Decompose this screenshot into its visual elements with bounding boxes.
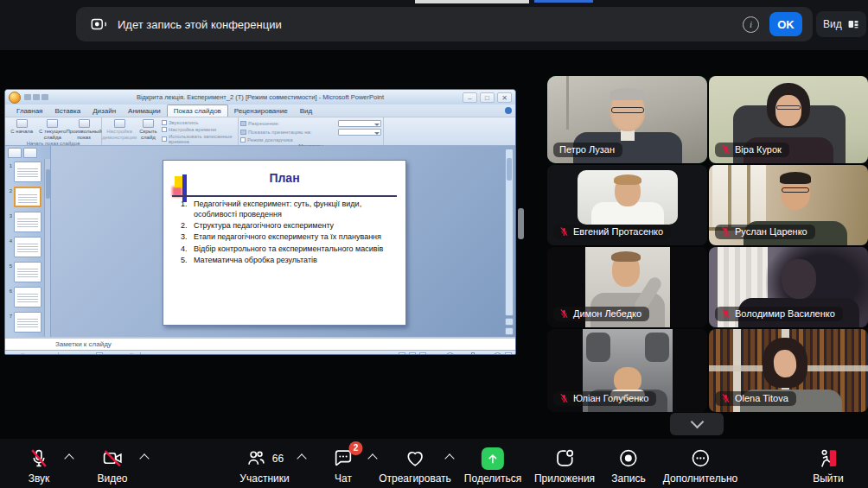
ok-button[interactable]: OK xyxy=(769,12,802,36)
share-button[interactable]: Поделиться xyxy=(464,447,521,485)
minimize-button[interactable]: – xyxy=(463,92,477,103)
participants-options-caret[interactable] xyxy=(297,453,306,463)
zoom-in-button[interactable]: + xyxy=(494,352,501,356)
info-icon[interactable]: i xyxy=(743,16,759,33)
muted-mic-icon xyxy=(721,393,731,403)
hide-slide-button[interactable]: Скрыть слайд xyxy=(136,118,161,140)
muted-mic-icon xyxy=(559,308,569,319)
normal-view-button[interactable] xyxy=(399,352,405,355)
tab-vstavka[interactable]: Вставка xyxy=(48,105,86,117)
slide-thumb-7[interactable]: 7 xyxy=(7,312,43,333)
slide-thumb-4[interactable]: 4 xyxy=(7,237,43,257)
slide-title-rule xyxy=(172,195,397,197)
leave-button[interactable]: Выйти xyxy=(813,447,844,485)
muted-mic-icon xyxy=(721,144,731,155)
use-timings-check[interactable]: Использовать записанные времена xyxy=(162,134,236,144)
heart-icon xyxy=(404,447,426,469)
fit-to-window-button[interactable] xyxy=(505,352,512,355)
slide-thumb-2[interactable]: 2 xyxy=(7,187,43,207)
from-current-slide-button[interactable]: С текущего слайда xyxy=(38,118,68,140)
record-narration-check[interactable]: Звукозапись xyxy=(162,120,236,125)
setup-show-button[interactable]: Настройка демонстрации xyxy=(104,118,135,140)
view-button[interactable]: Вид xyxy=(816,11,866,37)
video-button[interactable]: Видео xyxy=(97,447,127,485)
thumbnails-scrollbar[interactable] xyxy=(44,159,50,337)
more-button[interactable]: Дополнительно xyxy=(663,447,737,485)
panel-drag-handle[interactable] xyxy=(518,208,524,239)
slide-bullet-list: Педагогічний експеримент: суть, функції … xyxy=(189,199,397,265)
tab-vid[interactable]: Вид xyxy=(294,105,318,117)
participant-tile-olena-titova[interactable]: Olena Titova xyxy=(709,329,868,412)
participant-tile-volodymyr-vasylenko[interactable]: Володимир Василенко xyxy=(709,247,868,327)
show-on-dropdown[interactable] xyxy=(338,129,381,136)
participant-tile-evgeniy-protasenko[interactable]: Евгений Протасенко xyxy=(547,165,707,245)
chat-options-caret[interactable] xyxy=(367,453,377,463)
tab-glavnaya[interactable]: Главная xyxy=(10,105,48,117)
slide-thumb-6[interactable]: 6 xyxy=(7,287,43,307)
video-options-caret[interactable] xyxy=(139,453,149,463)
participant-name-tag: Olena Titova xyxy=(715,391,796,406)
tab-dizayn[interactable]: Дизайн xyxy=(86,105,122,117)
slide-logo xyxy=(172,174,195,204)
ellipsis-icon xyxy=(690,447,712,469)
apps-icon xyxy=(554,447,576,469)
help-icon[interactable] xyxy=(505,107,512,114)
zoom-meeting-window: Идет запись этой конференции i OK Вид Ві… xyxy=(0,0,868,488)
slide-thumb-5[interactable]: 5 xyxy=(7,262,43,282)
chat-button[interactable]: 2 Чат xyxy=(333,447,354,485)
share-indicator-strip xyxy=(415,0,529,3)
record-button[interactable]: Запись xyxy=(611,447,645,485)
slide-thumb-3[interactable]: 3 xyxy=(7,212,43,232)
office-button[interactable] xyxy=(9,92,21,104)
collapse-gallery-button[interactable] xyxy=(670,413,724,435)
audio-options-caret[interactable] xyxy=(64,453,73,463)
quick-access-toolbar[interactable] xyxy=(24,94,48,100)
slide-item: Відбір контрольного та експериментальног… xyxy=(189,244,397,254)
muted-mic-icon xyxy=(559,226,569,237)
spellcheck-icon[interactable] xyxy=(96,352,103,355)
meeting-toolbar: Звук Видео 66 Участники xyxy=(0,439,868,488)
theme-name: "Омега" xyxy=(66,352,89,356)
zoom-level: 65% xyxy=(430,352,443,356)
audio-button[interactable]: Звук xyxy=(29,447,50,485)
participant-name-tag: Юліан Голубенко xyxy=(553,391,656,406)
apps-button[interactable]: Приложения xyxy=(534,447,595,485)
muted-mic-icon xyxy=(721,308,731,319)
participant-name-tag: Володимир Василенко xyxy=(715,307,843,321)
ppt-ribbon-tabs: Главная Вставка Дизайн Анимации Показ сл… xyxy=(5,105,515,117)
resolution-dropdown[interactable] xyxy=(338,120,381,127)
share-indicator-tab xyxy=(534,0,593,3)
close-button[interactable]: ✕ xyxy=(497,92,512,103)
slide-nav-buttons[interactable] xyxy=(505,318,514,335)
tab-retsenzirovanie[interactable]: Рецензирование xyxy=(228,105,294,117)
participant-tile-ruslan-tsarenko[interactable]: Руслан Царенко xyxy=(709,165,868,245)
shared-powerpoint-window: Відкрита лекція. Експеримент_2 (Т) [Режи… xyxy=(4,89,516,355)
slide-vertical-scrollbar[interactable] xyxy=(505,149,514,316)
notes-pane[interactable]: Заметки к слайду xyxy=(5,337,515,350)
resolution-row[interactable]: Разрешение: xyxy=(240,120,381,127)
from-beginning-button[interactable]: С начала xyxy=(7,118,37,135)
participant-tile-vira-kurok[interactable]: Віра Курок xyxy=(709,76,868,163)
slide-item: Математична обробка результатів xyxy=(189,255,397,265)
participant-tile-dimon-lebedko[interactable]: Димон Лебедко xyxy=(547,247,707,327)
muted-mic-icon xyxy=(559,393,569,403)
participant-tile-yulian-holubenko[interactable]: Юліан Голубенко xyxy=(547,329,707,412)
record-icon xyxy=(618,447,640,469)
custom-show-button[interactable]: Произвольный показ xyxy=(68,118,99,140)
rehearse-timings-check[interactable]: Настройка времени xyxy=(162,127,236,132)
slide-item: Етапи педагогічного експерименту та їх п… xyxy=(189,231,397,242)
react-button[interactable]: Отреагировать xyxy=(379,447,451,485)
participant-tile-petro-luzan[interactable]: Петро Лузан xyxy=(547,76,707,163)
slide-sorter-button[interactable] xyxy=(409,352,416,355)
tab-pokaz-slaydov[interactable]: Показ слайдов xyxy=(167,105,228,117)
show-on-row[interactable]: Показать презентацию на: xyxy=(240,129,381,136)
slide-thumb-1[interactable]: 1 xyxy=(7,162,43,182)
muted-mic-icon xyxy=(721,226,731,237)
slides-outline-tabs[interactable] xyxy=(5,146,50,159)
zoom-out-button[interactable]: – xyxy=(446,352,454,356)
slideshow-view-button[interactable] xyxy=(419,352,426,355)
participants-button[interactable]: 66 Участники xyxy=(239,447,289,485)
tab-animatsii[interactable]: Анимации xyxy=(122,105,167,117)
maximize-button[interactable]: □ xyxy=(480,92,495,103)
language-indicator: русский xyxy=(110,352,133,356)
